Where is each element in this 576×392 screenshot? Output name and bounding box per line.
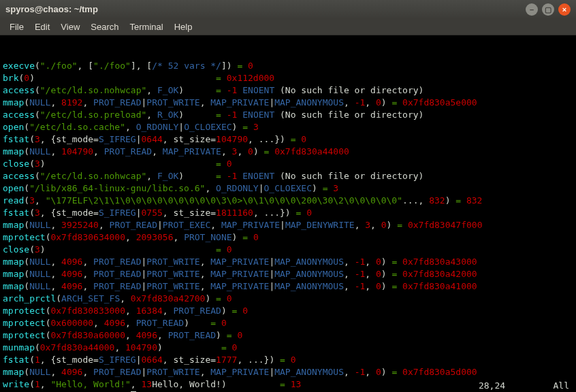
terminal-line: brk(0) = 0x112d000 xyxy=(3,72,573,84)
terminal-line: mprotect(0x7fd830833000, 16384, PROT_REA… xyxy=(3,305,573,317)
window-titlebar: spyros@chaos: ~/tmp – ▢ × xyxy=(0,0,576,19)
terminal-output[interactable]: execve("./foo", ["./foo"], [/* 52 vars *… xyxy=(0,35,576,392)
terminal-line: fstat(1, {st_mode=S_IFREG|0664, st_size=… xyxy=(3,354,573,366)
menu-help[interactable]: Help xyxy=(169,21,198,33)
terminal-line: mmap(NULL, 8192, PROT_READ|PROT_WRITE, M… xyxy=(3,97,573,109)
terminal-line: mprotect(0x7fd830634000, 2093056, PROT_N… xyxy=(3,231,573,244)
menu-file[interactable]: File xyxy=(4,21,29,33)
terminal-line: mmap(NULL, 4096, PROT_READ|PROT_WRITE, M… xyxy=(3,366,573,378)
terminal-line: open("/lib/x86_64-linux-gnu/libc.so.6", … xyxy=(3,182,573,195)
terminal-line: access("/etc/ld.so.nohwcap", F_OK) = -1 … xyxy=(3,170,573,182)
terminal-line: read(3, "\177ELF\2\1\1\0\0\0\0\0\0\0\0\0… xyxy=(3,195,573,207)
terminal-line: execve("./foo", ["./foo"], [/* 52 vars *… xyxy=(3,60,573,72)
terminal-line: close(3) = 0 xyxy=(3,158,573,170)
minimize-button[interactable]: – xyxy=(526,3,538,16)
menu-search[interactable]: Search xyxy=(85,21,124,33)
terminal-line: mmap(NULL, 104790, PROT_READ, MAP_PRIVAT… xyxy=(3,146,573,158)
maximize-button[interactable]: ▢ xyxy=(542,3,554,16)
terminal-line: mprotect(0x600000, 4096, PROT_READ) = 0 xyxy=(3,317,573,329)
terminal-line: access("/etc/ld.so.nohwcap", F_OK) = -1 … xyxy=(3,84,573,97)
terminal-line: close(3) = 0 xyxy=(3,244,573,256)
terminal-line: open("/etc/ld.so.cache", O_RDONLY|O_CLOE… xyxy=(3,121,573,133)
terminal-line: mprotect(0x7fd830a60000, 4096, PROT_READ… xyxy=(3,329,573,342)
terminal-line: mmap(NULL, 3925240, PROT_READ|PROT_EXEC,… xyxy=(3,219,573,231)
terminal-line: arch_prctl(ARCH_SET_FS, 0x7fd830a42700) … xyxy=(3,293,573,305)
terminal-line: access("/etc/ld.so.preload", R_OK) = -1 … xyxy=(3,109,573,121)
terminal-line: fstat(3, {st_mode=S_IFREG|0755, st_size=… xyxy=(3,207,573,219)
menu-edit[interactable]: Edit xyxy=(29,21,55,33)
terminal-line: mmap(NULL, 4096, PROT_READ|PROT_WRITE, M… xyxy=(3,280,573,293)
terminal-line: mmap(NULL, 4096, PROT_READ|PROT_WRITE, M… xyxy=(3,256,573,268)
close-button[interactable]: × xyxy=(558,3,571,16)
menu-view[interactable]: View xyxy=(55,21,85,33)
menu-terminal[interactable]: Terminal xyxy=(125,21,169,33)
terminal-line: fstat(3, {st_mode=S_IFREG|0644, st_size=… xyxy=(3,133,573,146)
menu-bar: File Edit View Search Terminal Help xyxy=(0,19,576,35)
window-title: spyros@chaos: ~/tmp xyxy=(5,3,98,16)
terminal-line: mmap(NULL, 4096, PROT_READ|PROT_WRITE, M… xyxy=(3,268,573,280)
vim-status: 28,24 All xyxy=(479,380,576,392)
terminal-line: munmap(0x7fd830a44000, 104790) = 0 xyxy=(3,342,573,354)
